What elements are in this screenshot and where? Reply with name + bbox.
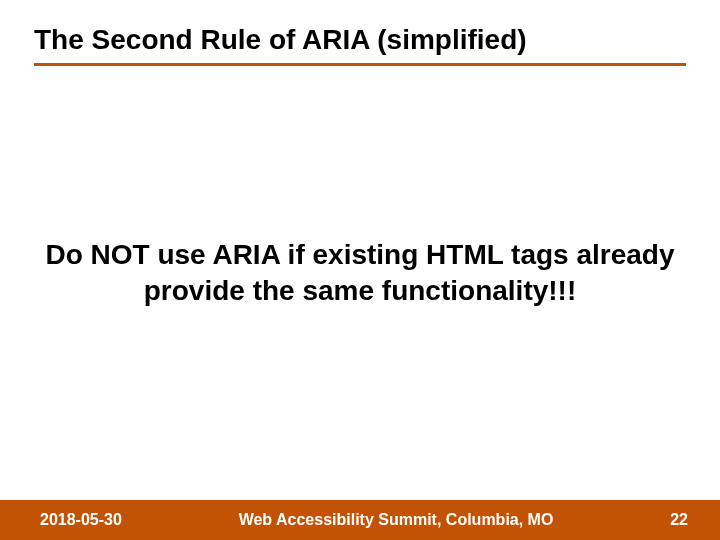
body-area: Do NOT use ARIA if existing HTML tags al… — [0, 66, 720, 540]
title-area: The Second Rule of ARIA (simplified) — [0, 0, 720, 66]
footer-bar: 2018-05-30 Web Accessibility Summit, Col… — [0, 500, 720, 540]
footer-venue: Web Accessibility Summit, Columbia, MO — [122, 511, 670, 529]
footer-date: 2018-05-30 — [40, 511, 122, 529]
slide: The Second Rule of ARIA (simplified) Do … — [0, 0, 720, 540]
slide-title: The Second Rule of ARIA (simplified) — [34, 22, 686, 66]
slide-body-text: Do NOT use ARIA if existing HTML tags al… — [40, 237, 680, 310]
footer-page-number: 22 — [670, 511, 688, 529]
